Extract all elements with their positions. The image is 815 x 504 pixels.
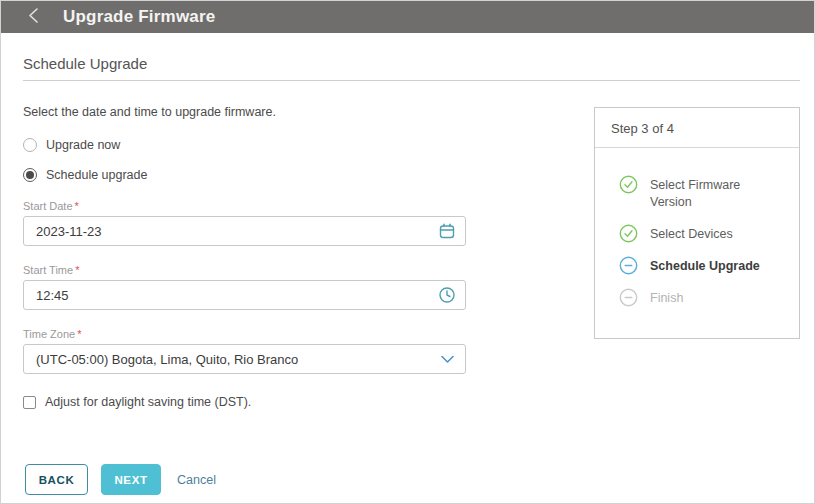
time-zone-field: Time Zone* (UTC-05:00) Bogota, Lima, Qui… <box>23 328 466 374</box>
check-circle-icon <box>619 224 638 243</box>
start-date-label: Start Date* <box>23 200 466 212</box>
time-zone-value: (UTC-05:00) Bogota, Lima, Quito, Rio Bra… <box>36 352 298 367</box>
step-label: Finish <box>650 288 683 307</box>
step-label: Select Firmware Version <box>650 175 772 211</box>
next-button[interactable]: NEXT <box>101 464 161 495</box>
minus-circle-icon <box>619 288 638 307</box>
radio-button-icon <box>23 138 37 152</box>
radio-schedule-upgrade[interactable]: Schedule upgrade <box>23 168 466 182</box>
step-schedule-upgrade: Schedule Upgrade <box>619 256 785 275</box>
form-intro-text: Select the date and time to upgrade firm… <box>23 105 466 119</box>
step-select-devices: Select Devices <box>619 224 785 243</box>
required-asterisk: * <box>75 200 79 212</box>
radio-label: Schedule upgrade <box>46 168 147 182</box>
step-select-firmware-version: Select Firmware Version <box>619 175 785 211</box>
chevron-left-icon <box>28 7 39 28</box>
start-date-field: Start Date* <box>23 200 466 246</box>
schedule-form: Select the date and time to upgrade firm… <box>23 81 466 409</box>
time-zone-select[interactable]: (UTC-05:00) Bogota, Lima, Quito, Rio Bra… <box>23 344 466 374</box>
clock-icon[interactable] <box>438 286 456 304</box>
step-label: Schedule Upgrade <box>650 256 760 275</box>
calendar-icon[interactable] <box>438 222 456 240</box>
check-circle-icon <box>619 175 638 194</box>
section-heading: Schedule Upgrade <box>23 55 800 81</box>
start-time-label: Start Time* <box>23 264 466 276</box>
start-time-input[interactable] <box>23 280 466 310</box>
minus-circle-icon <box>619 256 638 275</box>
upgrade-firmware-page: Upgrade Firmware Schedule Upgrade Select… <box>0 0 815 504</box>
radio-upgrade-now[interactable]: Upgrade now <box>23 138 466 152</box>
back-button[interactable] <box>13 1 53 33</box>
footer-actions: BACK NEXT Cancel <box>25 464 216 495</box>
step-counter: Step 3 of 4 <box>595 108 799 148</box>
chevron-down-icon <box>441 352 454 367</box>
start-date-input[interactable] <box>23 216 466 246</box>
step-finish: Finish <box>619 288 785 307</box>
required-asterisk: * <box>75 264 79 276</box>
radio-button-selected-icon <box>23 168 37 182</box>
wizard-steps-panel: Step 3 of 4 Select Firmware Version <box>594 107 800 339</box>
dst-checkbox-row[interactable]: Adjust for daylight saving time (DST). <box>23 395 466 409</box>
checkbox-icon <box>23 396 36 409</box>
step-label: Select Devices <box>650 224 733 243</box>
start-time-field: Start Time* <box>23 264 466 310</box>
back-button-footer[interactable]: BACK <box>25 464 88 495</box>
top-bar: Upgrade Firmware <box>1 1 814 33</box>
page-title: Upgrade Firmware <box>63 7 215 27</box>
time-zone-label: Time Zone* <box>23 328 466 340</box>
cancel-link[interactable]: Cancel <box>177 473 216 487</box>
required-asterisk: * <box>77 328 81 340</box>
dst-checkbox-label: Adjust for daylight saving time (DST). <box>45 395 251 409</box>
radio-label: Upgrade now <box>46 138 120 152</box>
